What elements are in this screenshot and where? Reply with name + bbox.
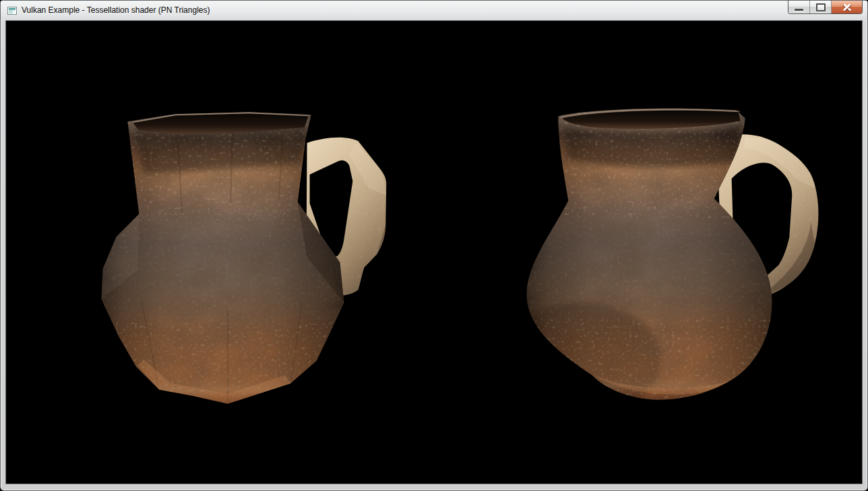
close-button[interactable] [832,1,862,13]
window-controls [788,1,863,14]
titlebar[interactable]: Vulkan Example - Tessellation shader (PN… [1,1,867,20]
clay-jug-left [94,105,396,409]
maximize-button[interactable] [810,1,832,13]
app-icon-glyph [7,5,18,16]
render-viewport[interactable] [5,20,863,484]
maximize-icon [816,3,826,11]
app-window: Vulkan Example - Tessellation shader (PN… [0,0,868,491]
window-title: Vulkan Example - Tessellation shader (PN… [22,1,210,20]
rendered-scene [6,21,862,484]
app-icon [7,5,18,16]
minimize-button[interactable] [788,1,810,13]
minimize-icon [795,9,803,11]
clay-jug-right [500,101,822,416]
close-icon [842,3,852,11]
